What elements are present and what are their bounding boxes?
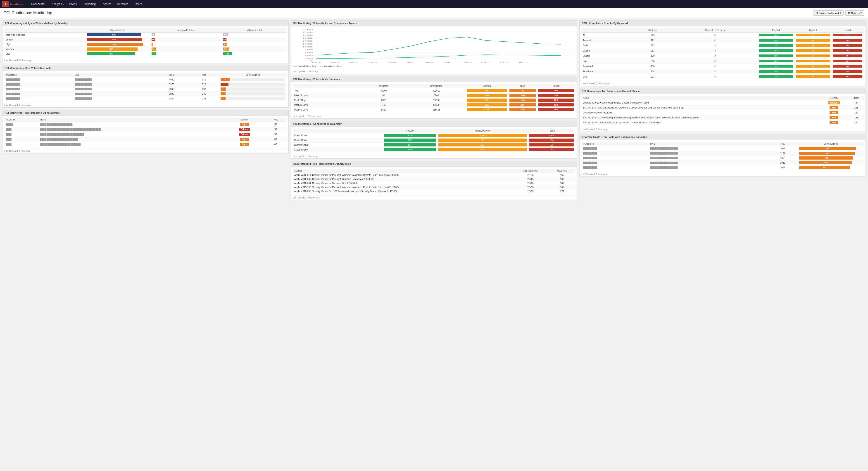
prioritize-hosts-title: Prioritize Hosts - Top Hosts with Compli… [580, 134, 866, 140]
nav-reporting[interactable]: Reporting ▾ [81, 0, 100, 8]
options-button[interactable]: ⚙ Options ▾ [845, 10, 864, 15]
severity-cell: High [224, 142, 265, 147]
table-row: System Ratio 67% 56% 63% [293, 147, 575, 152]
remediation-title: Understanding Risk - Remediation Opportu… [291, 161, 577, 167]
table-row: ████ ████████████████████████████ High 4… [4, 142, 287, 147]
mitigated-vuln-detail-panel: PCI Monitoring - Most Mitigated Vulnerab… [2, 110, 289, 154]
mitigated-vuln-footer: Last Updated: 23 hours ago [2, 58, 288, 63]
col-ip: IP Address [4, 73, 73, 77]
vulnerable-hosts-content: IP Address DNS Score Total Vulnerabiliti… [2, 71, 288, 103]
severity-cell: High [224, 122, 265, 127]
nav-scans[interactable]: Scans ▾ [66, 0, 81, 8]
mitigated-vuln-table: Mitigated <10d Mitigated 10-30d Mitigate… [4, 28, 287, 56]
crit-bar: 19% [538, 89, 574, 92]
switch-dashboard-button[interactable]: ⊞ Switch Dashboard ▾ [813, 10, 843, 15]
dashboard-arrow-icon: ▾ [45, 3, 46, 5]
col-passed: Passed [757, 28, 795, 33]
table-row: ██████████ ███████████████████ 1097 985 [581, 146, 864, 151]
row-bar-2: 5% [150, 33, 222, 37]
table-row: User 211 ✓ 78% 4% 18% [581, 74, 864, 79]
failed-bar: 19% [833, 39, 862, 42]
plugin-id: ████ [4, 137, 39, 142]
scan-ok-icon: ✓ [714, 33, 717, 37]
severity-badge: High [830, 111, 838, 114]
chart-legend: Vulnerabilities - Total Compliance - Tot… [293, 65, 575, 67]
remediation-footer: Last Updated: 4 hours ago [291, 195, 577, 200]
row-label: High [4, 42, 86, 47]
manual-bar: 4% [796, 75, 830, 78]
nav-dashboard[interactable]: Dashboard ▾ [29, 0, 49, 8]
svg-text:Mar 20: Mar 20 [350, 62, 359, 63]
bar-seg: 87% [87, 33, 141, 36]
brand-name: tenable [10, 2, 20, 6]
med-bar: 5% [467, 89, 507, 92]
scan-ok-icon: ✓ [714, 54, 717, 58]
manual-bar: 1% [796, 70, 830, 73]
col-failed: Failed [831, 28, 864, 33]
scan-ok-icon: ✓ [714, 70, 717, 73]
failure-name: BSI-100-2: S 4.200: It is possible to pr… [581, 105, 819, 110]
col-metric [293, 129, 383, 133]
nav-workflow[interactable]: Workflow ▾ [114, 0, 132, 8]
svg-text:16,000: 16,000 [303, 37, 313, 39]
table-row: Audit 137 ✓ 61% 3% 36% [581, 43, 864, 48]
host-score: 4940 [154, 77, 189, 82]
table-row: Apply MS16-039: Security Update for Micr… [293, 177, 575, 181]
workflow-arrow-icon: ▾ [128, 3, 129, 5]
passed-bar: 76% [759, 70, 793, 73]
table-row: BSI-100-2: S 4.13: Every GID must be uni… [581, 120, 864, 125]
host-vuln-bar [219, 82, 287, 87]
bar-seg: 89% [87, 38, 142, 41]
bar-bg [226, 97, 285, 100]
svg-text:Apr 05: Apr 05 [369, 62, 377, 63]
passed-bar: 66% [759, 34, 793, 36]
bar-seg: 10% [223, 47, 229, 51]
nav-analysis[interactable]: Analysis ▾ [49, 0, 66, 8]
plugin-id: ████ [4, 142, 39, 147]
svg-text:Apr 24: Apr 24 [425, 62, 433, 63]
nav-assets[interactable]: Assets [100, 0, 114, 8]
plugin-name: ████ ██████████████████████ [39, 137, 224, 142]
table-row: Past 7 Days 2803 13886 19% 28% 25% [293, 98, 575, 103]
high-bar: 30% [509, 94, 536, 97]
passed-bar: 657 [384, 143, 435, 146]
manual-bar: 3% [796, 44, 830, 47]
table-row: System Count 657 627 325 [293, 143, 575, 147]
mitigated-vuln-detail-content: Plugin ID Name Severity Total █████ ████… [2, 116, 288, 149]
col-hosts: Host Total [549, 169, 575, 173]
manual-bar: 627 [438, 143, 527, 146]
row-label: Low [4, 52, 86, 56]
bar-seg: 2% [152, 43, 153, 46]
high-bar: 13% [509, 103, 536, 106]
col-total: Total [767, 142, 798, 146]
config-summary-footer: Last Updated: 1 hour ago [291, 154, 577, 159]
host-count: 167 [549, 177, 575, 181]
scans-arrow-icon: ▾ [78, 3, 79, 5]
vuln-bar-container: 886 [799, 166, 862, 169]
manual-bar: 56% [438, 148, 527, 151]
risk-pct: 2.57% [513, 190, 549, 194]
failed-bar: 63% [529, 148, 574, 151]
prioritize-hosts-content: IP Address DNS Total Vulnerabilities ███… [580, 140, 866, 172]
col-severity-label [4, 28, 86, 33]
col-mitigated-30: Mitigated >30d [222, 28, 287, 33]
solution-text: Apply MS15-132: Security Update for Micr… [293, 185, 513, 190]
vuln-summary-panel: PCI Monitoring - Vulnerability Summary M… [291, 76, 577, 119]
vulnerable-hosts-table: IP Address DNS Score Total Vulnerabiliti… [4, 73, 287, 101]
nav-users[interactable]: Users ▾ [132, 0, 146, 8]
host-ip: ██████████ [581, 146, 649, 151]
brand-logo[interactable]: t tenable .sc [2, 1, 24, 7]
svg-text:2,000: 2,000 [305, 58, 313, 60]
config-summary-title: PCI Monitoring - Configuration Summary [291, 121, 577, 127]
vuln-bar: 886 [799, 166, 850, 169]
host-count: 169 [549, 185, 575, 190]
host-ip: ██████████ [581, 165, 649, 170]
col-plugin: Plugin ID [4, 117, 39, 122]
severity-badge: High [830, 106, 838, 109]
col-severity: Severity [224, 117, 265, 122]
solution-text: Apply MS16-014: Security Update for Micr… [293, 173, 513, 177]
failure-name: VMware vCenter/vSphere Compliance Checks… [581, 100, 819, 105]
reporting-arrow-icon: ▾ [97, 3, 97, 5]
failed-bar: 43900 [529, 134, 574, 137]
bar-total-v2: 5% [152, 33, 221, 36]
